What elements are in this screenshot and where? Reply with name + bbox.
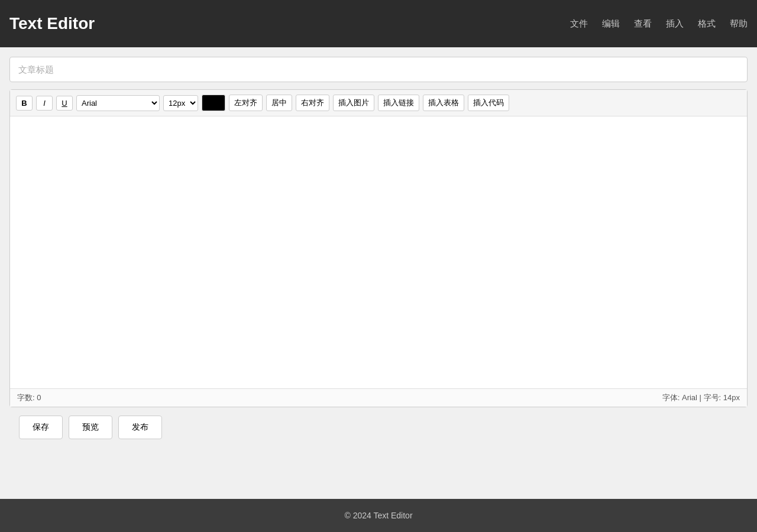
underline-button[interactable]: U (56, 96, 73, 111)
editor-box: B I U Arial Times New Roman Courier New … (9, 89, 748, 407)
font-info: 字体: Arial | 字号: 14px (662, 392, 740, 403)
publish-button[interactable]: 发布 (118, 416, 162, 439)
nav-view[interactable]: 查看 (634, 18, 652, 30)
title-input[interactable] (10, 57, 747, 82)
align-left-button[interactable]: 左对齐 (229, 95, 263, 111)
word-count: 字数: 0 (17, 392, 41, 403)
header: Text Editor 文件 编辑 查看 插入 格式 帮助 (0, 0, 757, 47)
footer-copyright: © 2024 Text Editor (344, 511, 412, 520)
insert-code-button[interactable]: 插入代码 (468, 95, 509, 111)
bold-button[interactable]: B (16, 96, 33, 111)
font-family-select[interactable]: Arial Times New Roman Courier New Georgi… (76, 95, 160, 111)
main-content: B I U Arial Times New Roman Courier New … (0, 47, 757, 499)
save-button[interactable]: 保存 (19, 416, 63, 439)
nav-format[interactable]: 格式 (698, 18, 716, 30)
toolbar: B I U Arial Times New Roman Courier New … (10, 90, 747, 116)
align-right-button[interactable]: 右对齐 (296, 95, 329, 111)
status-bar: 字数: 0 字体: Arial | 字号: 14px (10, 388, 747, 407)
color-picker[interactable] (202, 95, 225, 111)
nav-help[interactable]: 帮助 (730, 18, 748, 30)
title-input-wrap (9, 57, 748, 82)
insert-table-button[interactable]: 插入表格 (423, 95, 464, 111)
nav-insert[interactable]: 插入 (666, 18, 684, 30)
app-title: Text Editor (9, 14, 95, 33)
preview-button[interactable]: 预览 (69, 416, 112, 439)
nav-file[interactable]: 文件 (570, 18, 588, 30)
action-bar: 保存 预览 发布 (9, 407, 748, 447)
insert-image-button[interactable]: 插入图片 (333, 95, 374, 111)
nav-edit[interactable]: 编辑 (602, 18, 620, 30)
header-nav: 文件 编辑 查看 插入 格式 帮助 (570, 18, 748, 30)
font-size-select[interactable]: 8px 10px 12px 14px 16px 18px 24px 32px (163, 95, 198, 111)
footer: © 2024 Text Editor (0, 499, 757, 532)
align-center-button[interactable]: 居中 (266, 95, 292, 111)
insert-link-button[interactable]: 插入链接 (378, 95, 419, 111)
editor-content-area[interactable] (10, 116, 747, 388)
italic-button[interactable]: I (36, 96, 53, 111)
